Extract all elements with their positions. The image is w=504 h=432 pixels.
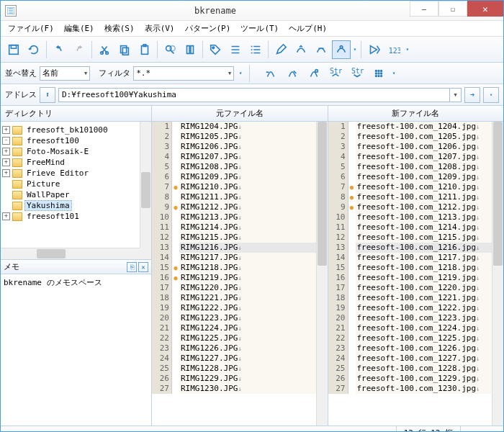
- file-row[interactable]: 15●RIMG1218.JPG↓: [152, 263, 328, 273]
- file-row[interactable]: 7●freesoft-100.com_1210.jpg↓: [328, 182, 504, 192]
- filter-dropdown-icon[interactable]: ▾: [237, 70, 244, 76]
- file-row[interactable]: 21RIMG1224.JPG↓: [152, 323, 328, 333]
- file-row[interactable]: 2freesoft-100.com_1205.jpg↓: [328, 132, 504, 142]
- file-row[interactable]: 16freesoft-100.com_1219.jpg↓: [328, 273, 504, 283]
- file-row[interactable]: 21freesoft-100.com_1224.jpg↓: [328, 323, 504, 333]
- number-dropdown-icon[interactable]: ▾: [404, 46, 411, 53]
- tag-icon[interactable]: [206, 40, 225, 59]
- tree-vscrollbar[interactable]: [140, 122, 151, 248]
- expander-icon[interactable]: +: [2, 148, 10, 156]
- expander-icon[interactable]: [2, 180, 10, 188]
- file-row[interactable]: 11RIMG1214.JPG↓: [152, 222, 328, 233]
- pattern2-icon[interactable]: [312, 40, 330, 59]
- refresh-icon[interactable]: [24, 40, 43, 59]
- opt3-icon[interactable]: [305, 64, 323, 83]
- addr-menu-button[interactable]: ▾: [483, 87, 499, 103]
- file-row[interactable]: 1freesoft-100.com_1204.jpg↓: [328, 122, 504, 132]
- address-input[interactable]: D:¥freesoft100¥Yakushima: [58, 88, 450, 102]
- redo-icon[interactable]: [70, 40, 89, 59]
- file-row[interactable]: 17RIMG1220.JPG↓: [152, 283, 328, 293]
- string1-icon[interactable]: String: [326, 64, 345, 83]
- expander-icon[interactable]: +: [2, 158, 10, 166]
- opt2-icon[interactable]: [283, 64, 302, 83]
- file-row[interactable]: 27freesoft-100.com_1230.jpg↓: [328, 384, 504, 394]
- file-row[interactable]: 12freesoft-100.com_1215.jpg↓: [328, 233, 504, 243]
- file-row[interactable]: 23freesoft-100.com_1226.jpg↓: [328, 343, 504, 354]
- undo-icon[interactable]: [50, 40, 68, 59]
- original-scrollbar[interactable]: [316, 122, 328, 426]
- list-icon[interactable]: [226, 40, 245, 59]
- copy-icon[interactable]: [115, 40, 134, 59]
- opt1-icon[interactable]: [261, 64, 280, 83]
- filter-combo[interactable]: *.*▼: [133, 66, 234, 81]
- file-row[interactable]: 27RIMG1230.JPG↓: [152, 384, 328, 394]
- file-row[interactable]: 15freesoft-100.com_1218.jpg↓: [328, 263, 504, 273]
- file-row[interactable]: 14freesoft-100.com_1217.jpg↓: [328, 253, 504, 263]
- cut-icon[interactable]: [95, 40, 114, 59]
- file-row[interactable]: 10freesoft-100.com_1213.jpg↓: [328, 212, 504, 222]
- number-icon[interactable]: 123: [384, 40, 403, 59]
- file-row[interactable]: 13RIMG1216.JPG↓: [152, 243, 328, 253]
- menu-file[interactable]: ファイル(F): [4, 22, 58, 35]
- go-button[interactable]: ➔: [464, 87, 480, 103]
- tree-node[interactable]: +freesoft_bk101000: [2, 125, 150, 135]
- file-row[interactable]: 18freesoft-100.com_1221.jpg↓: [328, 293, 504, 303]
- list2-icon[interactable]: [246, 40, 265, 59]
- file-row[interactable]: 19freesoft-100.com_1222.jpg↓: [328, 303, 504, 313]
- file-row[interactable]: 20freesoft-100.com_1223.jpg↓: [328, 313, 504, 323]
- file-row[interactable]: 6RIMG1209.JPG↓: [152, 172, 328, 182]
- edit-icon[interactable]: [271, 40, 290, 59]
- expander-icon[interactable]: [2, 191, 10, 199]
- menu-view[interactable]: 表示(V): [140, 22, 179, 35]
- memo-textarea[interactable]: bkrename のメモスペース: [1, 274, 151, 426]
- string2-icon[interactable]: String: [348, 64, 366, 83]
- sort-combo[interactable]: 名前 ▼: [40, 66, 90, 81]
- menu-pattern[interactable]: パターン(P): [181, 22, 235, 35]
- tree-node[interactable]: -freesoft100: [2, 135, 150, 146]
- tree-node[interactable]: Picture: [2, 179, 150, 189]
- file-row[interactable]: 22freesoft-100.com_1225.jpg↓: [328, 333, 504, 343]
- new-file-list[interactable]: 1freesoft-100.com_1204.jpg↓2freesoft-100…: [328, 122, 504, 426]
- file-row[interactable]: 18RIMG1221.JPG↓: [152, 293, 328, 303]
- file-row[interactable]: 4RIMG1207.JPG↓: [152, 152, 328, 162]
- file-row[interactable]: 20RIMG1223.JPG↓: [152, 313, 328, 323]
- maximize-button[interactable]: ☐: [438, 1, 467, 17]
- file-row[interactable]: 9●RIMG1212.JPG↓: [152, 202, 328, 212]
- up-folder-button[interactable]: ⬆: [40, 87, 55, 103]
- file-row[interactable]: 23RIMG1226.JPG↓: [152, 343, 328, 354]
- tree-node[interactable]: Yakushima: [2, 200, 150, 211]
- expander-icon[interactable]: -: [2, 137, 10, 145]
- find-icon[interactable]: [161, 40, 179, 59]
- menu-help[interactable]: ヘルプ(H): [284, 22, 331, 35]
- file-row[interactable]: 1RIMG1204.JPG↓: [152, 122, 328, 132]
- file-row[interactable]: 3freesoft-100.com_1206.jpg↓: [328, 142, 504, 152]
- file-row[interactable]: 10RIMG1213.JPG↓: [152, 212, 328, 222]
- address-dropdown[interactable]: ▼: [450, 88, 462, 102]
- file-row[interactable]: 26RIMG1229.JPG↓: [152, 374, 328, 384]
- minimize-button[interactable]: —: [410, 1, 438, 17]
- tree-node[interactable]: +FreeMind: [2, 157, 150, 168]
- file-row[interactable]: 5RIMG1208.JPG↓: [152, 162, 328, 172]
- file-row[interactable]: 9●freesoft-100.com_1212.jpg↓: [328, 202, 504, 212]
- tree-hscrollbar[interactable]: [1, 248, 140, 259]
- replace-icon[interactable]: [181, 40, 199, 59]
- file-row[interactable]: 14RIMG1217.JPG↓: [152, 253, 328, 263]
- save-icon[interactable]: [4, 40, 23, 59]
- file-row[interactable]: 4freesoft-100.com_1207.jpg↓: [328, 152, 504, 162]
- file-row[interactable]: 11freesoft-100.com_1214.jpg↓: [328, 222, 504, 233]
- file-row[interactable]: 26freesoft-100.com_1229.jpg↓: [328, 374, 504, 384]
- file-row[interactable]: 8RIMG1211.JPG↓: [152, 192, 328, 202]
- file-row[interactable]: 25freesoft-100.com_1228.jpg↓: [328, 364, 504, 374]
- new-scrollbar[interactable]: [492, 122, 503, 426]
- file-row[interactable]: 5freesoft-100.com_1208.jpg↓: [328, 162, 504, 172]
- tree-node[interactable]: +freesoft101: [2, 211, 150, 222]
- file-row[interactable]: 25RIMG1228.JPG↓: [152, 364, 328, 374]
- menu-search[interactable]: 検索(S): [100, 22, 139, 35]
- memo-clear-button[interactable]: ✕: [138, 262, 148, 272]
- memo-copy-button[interactable]: ⎘: [127, 262, 137, 272]
- pattern-dropdown-icon[interactable]: ▾: [351, 46, 359, 53]
- paste-icon[interactable]: [135, 40, 154, 59]
- opt6-icon[interactable]: [369, 64, 388, 83]
- menu-edit[interactable]: 編集(E): [60, 22, 99, 35]
- tree-node[interactable]: +Frieve Editor: [2, 168, 150, 179]
